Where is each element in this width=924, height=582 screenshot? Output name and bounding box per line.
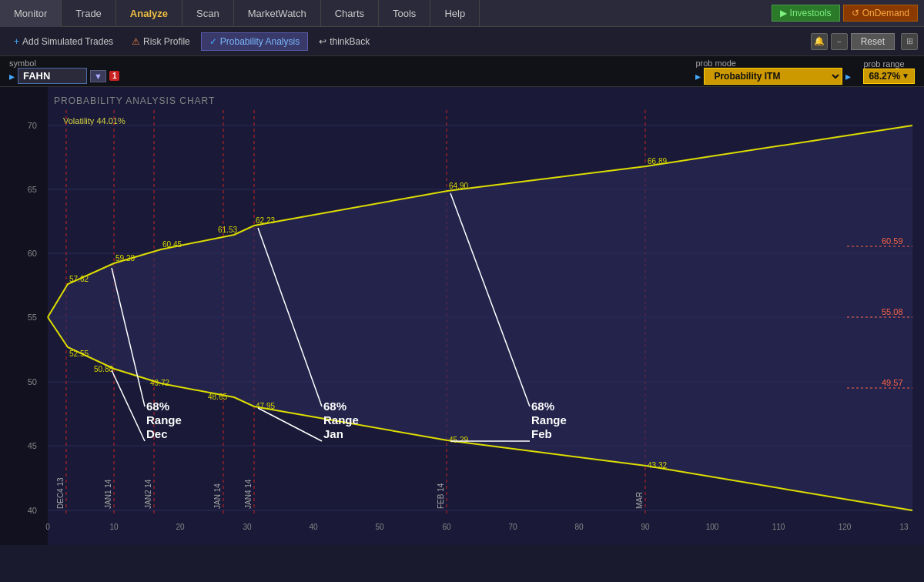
svg-text:100: 100 [706, 523, 719, 531]
svg-text:FEB 14: FEB 14 [437, 483, 445, 509]
svg-text:Dec: Dec [146, 427, 168, 440]
probability-analysis-chart: PROBABILITY ANALYSIS CHART Volatility 44… [0, 87, 924, 545]
symbol-left-arrow: ▸ [9, 70, 15, 82]
price-label-48-lower: 48.65 [208, 393, 227, 401]
svg-text:60: 60 [442, 523, 451, 531]
price-label-50-lower: 50.88 [94, 365, 113, 373]
svg-text:Range: Range [323, 413, 359, 426]
right-label-55: 55.08 [882, 307, 903, 316]
price-label-60-upper: 60.45 [162, 240, 182, 249]
price-label-52-lower: 52.55 [69, 350, 89, 358]
svg-text:80: 80 [574, 523, 584, 531]
expand-icon[interactable]: ⊞ [901, 33, 918, 50]
svg-text:70: 70 [28, 121, 37, 130]
svg-text:Jan: Jan [323, 427, 343, 440]
ondemand-button[interactable]: ↺ OnDemand [843, 5, 918, 22]
svg-text:55: 55 [28, 313, 37, 322]
plus-icon: + [14, 36, 19, 47]
symbol-input[interactable] [18, 68, 87, 84]
prob-range-label: prob range [863, 59, 915, 69]
price-label-62-upper: 62.23 [256, 216, 275, 225]
prob-range-arrow: ▼ [902, 72, 909, 80]
investools-icon: ▶ [780, 8, 787, 18]
range-feb-label: 68% [531, 400, 554, 413]
top-navigation: Monitor Trade Analyze Scan MarketWatch C… [0, 0, 924, 27]
svg-text:50: 50 [28, 377, 37, 386]
investools-button[interactable]: ▶ Investools [772, 5, 840, 22]
thinkback-button[interactable]: ↩ thinkBack [311, 33, 377, 50]
price-label-61-upper: 61.53 [218, 226, 237, 234]
svg-rect-1 [0, 87, 48, 545]
svg-text:Range: Range [531, 413, 567, 426]
svg-text:70: 70 [508, 523, 517, 531]
svg-text:10: 10 [109, 523, 119, 531]
range-dec-label: 68% [146, 400, 169, 413]
price-label-59-upper: 59.28 [116, 254, 135, 263]
symbol-dropdown-button[interactable]: ▼ [90, 70, 106, 82]
right-label-60: 60.59 [882, 236, 903, 246]
nav-tab-scan[interactable]: Scan [182, 0, 234, 27]
nav-tab-trade[interactable]: Trade [62, 0, 116, 27]
minus-icon[interactable]: − [831, 33, 848, 50]
prob-mode-label: prob mode [695, 59, 851, 68]
nav-tab-analyze[interactable]: Analyze [116, 0, 182, 27]
add-simulated-trades-button[interactable]: + Add Simulated Trades [6, 33, 121, 50]
probability-analysis-button[interactable]: ✓ Probability Analysis [201, 32, 308, 51]
price-label-45-lower: 45.29 [449, 436, 468, 444]
symbol-input-group: ▸ ▼ 1 [9, 68, 119, 84]
chart-svg: PROBABILITY ANALYSIS CHART Volatility 44… [0, 87, 924, 545]
analyze-toolbar: + Add Simulated Trades ⚠ Risk Profile ✓ … [0, 27, 924, 56]
prob-mode-group: ▸ Probability ITM ▸ [695, 68, 851, 85]
price-label-47-lower: 47.95 [256, 402, 275, 410]
right-label-49: 49.57 [882, 378, 903, 387]
svg-text:Range: Range [146, 413, 182, 426]
svg-text:0: 0 [45, 523, 50, 531]
svg-text:20: 20 [176, 523, 185, 531]
svg-text:40: 40 [28, 506, 37, 515]
risk-icon: ⚠ [132, 36, 140, 47]
reset-button[interactable]: Reset [851, 33, 895, 50]
svg-text:110: 110 [772, 523, 785, 531]
prob-right-arrow: ▸ [845, 70, 851, 82]
volatility-label: Volatility 44.01% [63, 116, 126, 125]
svg-text:Feb: Feb [531, 427, 552, 440]
svg-text:13: 13 [899, 523, 909, 531]
prob-mode-select[interactable]: Probability ITM [704, 68, 842, 85]
symbol-badge: 1 [109, 71, 120, 81]
svg-text:JAN2 14: JAN2 14 [144, 479, 152, 509]
alert-icons: 🔔 − [811, 33, 848, 50]
chart-title-text: PROBABILITY ANALYSIS CHART [54, 95, 215, 106]
nav-tab-charts[interactable]: Charts [321, 0, 379, 27]
price-label-64-upper: 64.90 [449, 182, 468, 190]
thinkback-icon: ↩ [319, 36, 326, 47]
price-label-57-upper: 57.62 [69, 275, 89, 283]
svg-text:65: 65 [28, 185, 37, 194]
price-label-49-lower: 49.72 [150, 379, 169, 387]
price-label-43-lower: 43.32 [648, 461, 667, 470]
nav-tab-tools[interactable]: Tools [379, 0, 430, 27]
svg-text:45: 45 [28, 441, 37, 450]
ondemand-icon: ↺ [852, 8, 859, 18]
prob-range-value: 68.27% ▼ [863, 69, 915, 84]
svg-text:JAN1 14: JAN1 14 [104, 479, 112, 509]
nav-tab-help[interactable]: Help [430, 0, 480, 27]
svg-text:60: 60 [28, 249, 37, 258]
bell-icon[interactable]: 🔔 [811, 33, 828, 50]
risk-profile-button[interactable]: ⚠ Risk Profile [124, 33, 198, 50]
svg-text:90: 90 [641, 523, 650, 531]
svg-text:50: 50 [375, 523, 384, 531]
prob-left-arrow: ▸ [695, 70, 701, 82]
svg-text:MAR: MAR [635, 492, 644, 509]
nav-tab-monitor[interactable]: Monitor [0, 0, 62, 27]
range-jan-label: 68% [323, 400, 346, 413]
svg-text:DEC4 13: DEC4 13 [56, 477, 65, 509]
svg-text:120: 120 [839, 523, 852, 531]
symbol-label: symbol [9, 59, 119, 68]
svg-text:JAN 14: JAN 14 [213, 483, 222, 509]
price-label-66-upper: 66.89 [648, 157, 667, 166]
nav-tab-marketwatch[interactable]: MarketWatch [234, 0, 321, 27]
symbol-row: symbol ▸ ▼ 1 prob mode ▸ Probability ITM… [0, 56, 924, 87]
prob-mode-section: prob mode ▸ Probability ITM ▸ prob range… [695, 59, 915, 85]
svg-text:JAN4 14: JAN4 14 [244, 479, 253, 509]
svg-text:30: 30 [243, 523, 252, 531]
